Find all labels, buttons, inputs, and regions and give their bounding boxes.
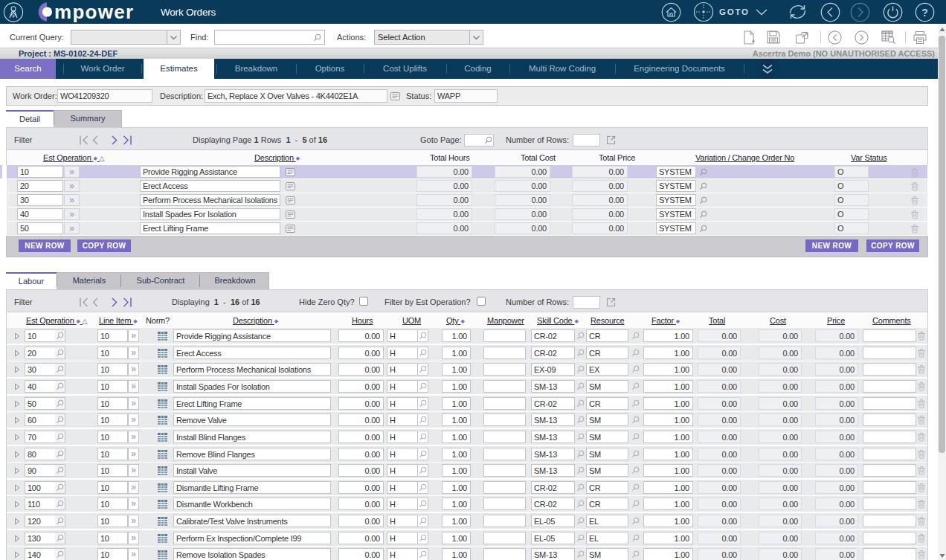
svg-text:?: ? [921, 7, 928, 19]
